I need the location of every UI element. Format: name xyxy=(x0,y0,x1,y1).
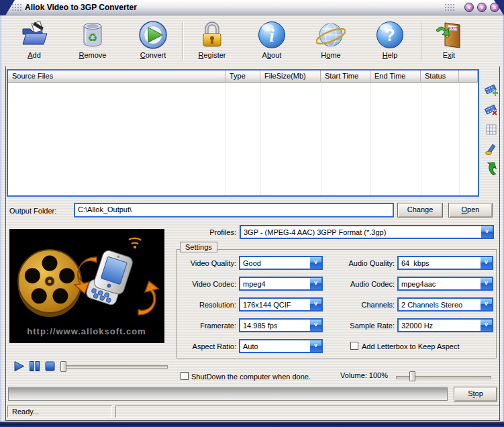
toolbar-about-button[interactable]: i About xyxy=(248,20,296,64)
preview-artwork: http://www.alloksoft.com xyxy=(9,229,164,343)
profiles-dropdown[interactable]: 3GP - (MPEG-4 AAC) 3GPP Format (*.3gp) v xyxy=(240,225,494,239)
svg-text:i: i xyxy=(269,26,274,46)
app-window: Allok Video to 3GP Converter v v x Add xyxy=(0,0,504,427)
toolbar-add-label: Add xyxy=(10,51,58,59)
window-bottom-frame xyxy=(0,422,504,427)
toolbar-home-button[interactable]: Home xyxy=(307,20,355,64)
stop-playback-button[interactable] xyxy=(44,361,56,372)
volume-slider-handle[interactable] xyxy=(409,371,415,381)
window-title: Allok Video to 3GP Converter xyxy=(25,3,137,12)
window-edge-left xyxy=(0,15,1,422)
close-button[interactable]: x xyxy=(490,3,499,12)
video-codec-dropdown[interactable]: mpeg4v xyxy=(239,277,323,291)
svg-text:EXIT: EXIT xyxy=(448,26,458,30)
framerate-dropdown[interactable]: 14.985 fpsv xyxy=(239,318,323,332)
video-codec-value: mpeg4 xyxy=(243,280,266,288)
file-list-header: Source Files Type FileSize(Mb) Start Tim… xyxy=(8,70,478,83)
file-list[interactable]: Source Files Type FileSize(Mb) Start Tim… xyxy=(7,69,479,197)
resolution-label: Resolution: xyxy=(172,301,236,309)
chevron-down-icon[interactable]: v xyxy=(481,278,492,289)
chevron-down-icon[interactable]: v xyxy=(310,340,321,352)
toolbar-register-button[interactable]: Register xyxy=(188,20,236,64)
column-guide xyxy=(225,83,226,195)
column-end-time[interactable]: End Time xyxy=(370,70,421,83)
resolution-value: 176x144 QCIF xyxy=(243,301,291,309)
toolbar-about-label: About xyxy=(248,51,296,59)
column-guide xyxy=(260,83,261,195)
exit-door-icon: EXIT xyxy=(434,20,464,50)
column-filesize[interactable]: FileSize(Mb) xyxy=(260,70,321,83)
resolution-dropdown[interactable]: 176x144 QCIFv xyxy=(239,297,323,312)
audio-codec-dropdown[interactable]: mpeg4aacv xyxy=(397,277,493,291)
seek-slider-handle[interactable] xyxy=(60,361,66,372)
help-question-icon: ? xyxy=(375,20,405,50)
channels-value: 2 Channels Stereo xyxy=(401,301,462,309)
toolbar-exit-button[interactable]: EXIT Exit xyxy=(425,20,473,64)
change-folder-button[interactable]: Change xyxy=(397,203,443,218)
toolbar-remove-button[interactable]: ♻ Remove xyxy=(68,20,117,64)
home-globe-icon xyxy=(316,20,346,50)
channels-label: Channels: xyxy=(315,301,395,309)
open-folder-button[interactable]: Open xyxy=(448,203,493,218)
tool-icon[interactable] xyxy=(485,142,498,155)
column-source-files[interactable]: Source Files xyxy=(8,70,225,83)
toolbar-home-label: Home xyxy=(307,51,355,59)
toolbar-register-label: Register xyxy=(188,51,236,59)
shutdown-checkbox-label: ShutDown the computer when done. xyxy=(191,373,311,381)
preview-site-text: http://www.alloksoft.com xyxy=(27,326,146,336)
titlebar-grip-right xyxy=(444,3,454,11)
channels-dropdown[interactable]: 2 Channels Stereov xyxy=(397,297,493,312)
toolbar-convert-label: Convert xyxy=(129,51,177,59)
convert-arrow-icon[interactable] xyxy=(485,162,498,175)
letterbox-checkbox[interactable] xyxy=(350,342,358,350)
status-secondary-panel xyxy=(115,406,499,418)
sample-rate-value: 32000 Hz xyxy=(401,322,433,330)
video-quality-dropdown[interactable]: Goodv xyxy=(239,256,323,270)
clear-list-icon[interactable] xyxy=(485,123,498,136)
framerate-value: 14.985 fps xyxy=(243,322,277,330)
maximize-icon: v xyxy=(481,4,483,10)
close-icon: x xyxy=(493,4,496,10)
audio-codec-value: mpeg4aac xyxy=(401,280,436,288)
client-frame-left xyxy=(5,66,6,420)
toolbar-separator xyxy=(183,22,183,60)
chevron-down-icon[interactable]: v xyxy=(481,299,492,310)
svg-text:♻: ♻ xyxy=(87,32,97,44)
video-quality-value: Good xyxy=(243,259,261,267)
column-start-time[interactable]: Start Time xyxy=(321,70,370,83)
add-file-icon[interactable] xyxy=(485,83,498,96)
svg-text:?: ? xyxy=(385,26,395,44)
preview-panel: http://www.alloksoft.com xyxy=(9,229,164,343)
seek-slider-track[interactable] xyxy=(60,365,168,369)
output-folder-field[interactable]: C:\Allok_Output\ xyxy=(74,203,394,218)
column-status[interactable]: Status xyxy=(421,70,459,83)
letterbox-checkbox-label: Add Letterbox to Keep Aspect xyxy=(362,342,460,350)
client-frame-right xyxy=(499,66,500,420)
output-folder-label: Output Folder: xyxy=(9,207,56,215)
shutdown-checkbox[interactable] xyxy=(181,372,189,380)
delete-file-icon[interactable] xyxy=(485,103,498,116)
profiles-value: 3GP - (MPEG-4 AAC) 3GPP Format (*.3gp) xyxy=(244,228,386,236)
pause-button[interactable] xyxy=(29,361,40,372)
sample-rate-dropdown[interactable]: 32000 Hzv xyxy=(397,318,493,332)
settings-group-label: Settings xyxy=(180,242,217,252)
aspect-ratio-dropdown[interactable]: Autov xyxy=(239,339,323,353)
toolbar-convert-button[interactable]: Convert xyxy=(129,20,177,64)
conversion-progress-bar xyxy=(8,387,448,401)
minimize-button[interactable]: v xyxy=(464,3,474,12)
chevron-down-icon[interactable]: v xyxy=(481,226,493,238)
toolbar-help-label: Help xyxy=(366,51,414,59)
toolbar-help-button[interactable]: ? Help xyxy=(366,20,414,64)
chevron-down-icon[interactable]: v xyxy=(481,257,492,269)
column-guide xyxy=(421,83,421,195)
title-bar[interactable]: Allok Video to 3GP Converter v v x xyxy=(0,0,504,15)
play-button[interactable] xyxy=(13,361,25,372)
stop-button[interactable]: Stop xyxy=(454,387,497,401)
maximize-button[interactable]: v xyxy=(477,3,487,12)
audio-quality-dropdown[interactable]: 64 kbpsv xyxy=(397,256,493,270)
video-quality-label: Video Quality: xyxy=(172,259,236,267)
column-type[interactable]: Type xyxy=(225,70,260,83)
audio-quality-value: 64 kbps xyxy=(401,259,430,267)
chevron-down-icon[interactable]: v xyxy=(481,320,492,331)
toolbar-add-button[interactable]: Add xyxy=(10,20,58,64)
